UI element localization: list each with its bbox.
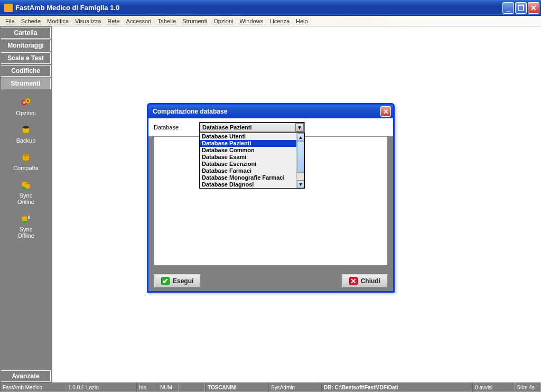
combo-option[interactable]: Database Farmaci	[200, 167, 304, 174]
status-db: DB: C:\Bestsoft\FastMDF\Dati	[321, 382, 472, 392]
menu-rete[interactable]: Rete	[104, 17, 123, 25]
status-version: 1.0.0.6	[66, 382, 83, 392]
chiudi-button[interactable]: ✕ Chiudi	[342, 274, 388, 288]
sidebar-item-label: Backup	[16, 137, 36, 144]
status-ins: Ins.	[136, 382, 157, 392]
combo-option[interactable]: Database Esenzioni	[200, 161, 304, 167]
database-label: Database	[154, 124, 193, 130]
menu-schede[interactable]: Schede	[18, 17, 44, 25]
sidebar-item-label-line2: Online	[17, 199, 34, 205]
database-sync-online-icon	[17, 178, 34, 192]
dialog-compattazione: Compattazione database ✕ Database Databa…	[147, 103, 395, 293]
status-region: Lazio	[83, 382, 136, 392]
sidebar-icon-list: Opzioni Backup Compatta Sync Online Sync…	[0, 90, 52, 370]
combo-option[interactable]: Database Monografie Farmaci	[200, 174, 290, 181]
menu-strumenti[interactable]: Strumenti	[179, 17, 210, 25]
combo-option[interactable]: Database Pazienti	[200, 140, 304, 147]
database-combo[interactable]: Database Pazienti ▼ Database Utenti Data…	[199, 122, 305, 133]
database-combo-dropdown: Database Utenti Database Pazienti Databa…	[199, 133, 305, 189]
status-time: 54m 4s	[515, 382, 541, 392]
combo-scrollbar[interactable]: ▲ ▼	[296, 133, 304, 188]
app-icon	[4, 4, 13, 12]
sidebar-tab-codifiche[interactable]: Codifiche	[1, 65, 51, 77]
dialog-field-row: Database Database Pazienti ▼ Database Ut…	[148, 118, 393, 136]
dropdown-button[interactable]: ▼	[295, 123, 304, 132]
combo-option[interactable]: Database Common	[200, 147, 304, 154]
combo-option[interactable]: Database Esami	[200, 154, 304, 161]
menu-bar: File Schede Modifica Visualizza Rete Acc…	[0, 16, 541, 26]
menu-modifica[interactable]: Modifica	[44, 17, 72, 25]
status-user: TOSCANINI	[205, 382, 268, 392]
close-button[interactable]: ✕	[528, 2, 539, 14]
sidebar-item-backup[interactable]: Backup	[0, 122, 52, 145]
esegui-label: Esegui	[173, 277, 193, 285]
menu-file[interactable]: File	[2, 17, 18, 25]
minimize-button[interactable]: _	[502, 2, 514, 14]
database-sync-offline-icon	[17, 211, 34, 226]
dialog-title: Compattazione database	[153, 108, 380, 115]
sidebar-tab-avanzate[interactable]: Avanzate	[1, 370, 51, 382]
sidebar-item-label-line2: Offline	[17, 232, 34, 239]
sidebar-item-sync-online[interactable]: Sync Online	[0, 176, 52, 206]
sidebar-item-label: Opzioni	[16, 110, 35, 116]
sidebar-tab-strumenti[interactable]: Strumenti	[1, 78, 51, 89]
check-icon: ✔	[161, 277, 170, 285]
menu-visualizza[interactable]: Visualizza	[72, 17, 104, 25]
sidebar-item-label-line1: Sync	[20, 226, 32, 232]
status-num: NUM	[157, 382, 179, 392]
status-role: SysAdmin	[268, 382, 321, 392]
database-backup-icon	[17, 123, 34, 137]
sidebar-item-compatta[interactable]: Compatta	[0, 149, 52, 172]
scroll-thumb[interactable]	[297, 141, 304, 173]
svg-rect-11	[28, 216, 30, 220]
combo-option[interactable]: Database Diagnosi	[200, 181, 304, 188]
close-icon: ✕	[349, 277, 358, 285]
chiudi-label: Chiudi	[361, 277, 380, 285]
status-pad1	[179, 382, 205, 392]
gear-icon	[17, 95, 34, 110]
status-bar: FastAmb Medico 1.0.0.6 Lazio Ins. NUM TO…	[0, 382, 541, 392]
dialog-close-button[interactable]: ✕	[380, 106, 391, 117]
menu-accessori[interactable]: Accessori	[123, 17, 155, 25]
esegui-button[interactable]: ✔ Esegui	[154, 274, 201, 288]
combo-option[interactable]: Database Utenti	[200, 133, 304, 140]
menu-help[interactable]: Help	[293, 17, 311, 25]
database-compact-icon	[17, 150, 34, 165]
sidebar-tab-monitoraggi[interactable]: Monitoraggi	[1, 40, 51, 51]
svg-point-7	[23, 154, 30, 156]
menu-licenza[interactable]: Licenza	[266, 17, 293, 25]
sidebar-item-label-line1: Sync	[20, 192, 32, 199]
dialog-titlebar[interactable]: Compattazione database ✕	[148, 105, 393, 118]
database-combo-value[interactable]: Database Pazienti	[199, 122, 305, 133]
maximize-button[interactable]: ❐	[515, 2, 527, 14]
sidebar-tab-scale-test[interactable]: Scale e Test	[1, 52, 51, 64]
menu-windows[interactable]: Windows	[237, 17, 267, 25]
svg-point-5	[23, 126, 30, 129]
window-title: FastAmb Medico di Famiglia 1.0	[15, 4, 501, 12]
scroll-down-icon[interactable]: ▼	[297, 180, 304, 188]
svg-point-3	[27, 100, 29, 102]
scroll-up-icon[interactable]: ▲	[297, 133, 304, 141]
window-titlebar: FastAmb Medico di Famiglia 1.0 _ ❐ ✕	[0, 0, 541, 16]
sidebar-item-sync-offline[interactable]: Sync Offline	[0, 210, 52, 240]
menu-opzioni[interactable]: Opzioni	[210, 17, 236, 25]
menu-tabelle[interactable]: Tabelle	[154, 17, 179, 25]
status-app: FastAmb Medico	[0, 382, 66, 392]
status-avvisi: 0 avvisi	[472, 382, 515, 392]
sidebar-tab-cartella[interactable]: Cartella	[1, 27, 51, 39]
sidebar-item-opzioni[interactable]: Opzioni	[0, 94, 52, 117]
dialog-button-bar: ✔ Esegui ✕ Chiudi	[148, 271, 393, 291]
sidebar: Cartella Monitoraggi Scale e Test Codifi…	[0, 26, 52, 382]
sidebar-item-label: Compatta	[13, 165, 39, 171]
